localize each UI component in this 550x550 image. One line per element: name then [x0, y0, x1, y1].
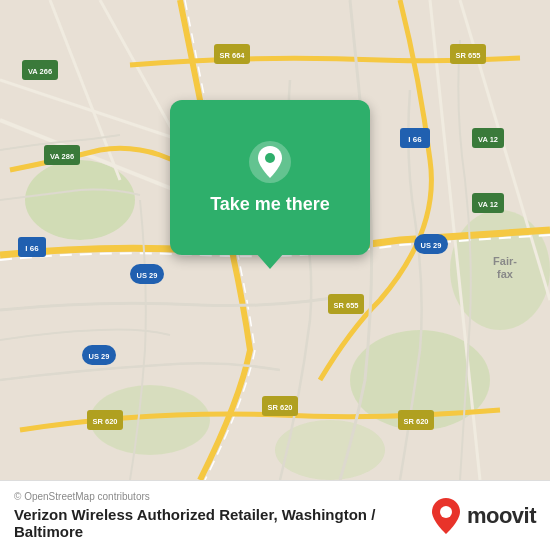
- moovit-brand-text: moovit: [467, 503, 536, 529]
- svg-text:I 66: I 66: [408, 135, 422, 144]
- svg-text:US 29: US 29: [421, 241, 442, 250]
- svg-text:SR 664: SR 664: [219, 51, 245, 60]
- location-title: Verizon Wireless Authorized Retailer, Wa…: [14, 506, 431, 540]
- svg-text:SR 620: SR 620: [403, 417, 428, 426]
- svg-text:US 29: US 29: [137, 271, 158, 280]
- svg-text:SR 620: SR 620: [267, 403, 292, 412]
- svg-text:SR 620: SR 620: [92, 417, 117, 426]
- svg-text:VA 266: VA 266: [28, 67, 52, 76]
- svg-text:VA 286: VA 286: [50, 152, 74, 161]
- svg-text:VA 12: VA 12: [478, 200, 498, 209]
- svg-text:VA 12: VA 12: [478, 135, 498, 144]
- moovit-pin-icon: [431, 497, 461, 535]
- footer-bar: © OpenStreetMap contributors Verizon Wir…: [0, 480, 550, 550]
- svg-text:SR 655: SR 655: [333, 301, 358, 310]
- location-pin-icon: [248, 140, 292, 184]
- attribution-text: © OpenStreetMap contributors: [14, 491, 431, 502]
- map-container: I 66 I 66 VA 266 VA 286 SR 664 SR 655 SR…: [0, 0, 550, 480]
- svg-point-46: [440, 506, 452, 518]
- svg-text:US 29: US 29: [89, 352, 110, 361]
- navigate-popup[interactable]: Take me there: [170, 100, 370, 255]
- svg-text:SR 655: SR 655: [455, 51, 480, 60]
- svg-text:fax: fax: [497, 268, 514, 280]
- svg-text:Fair-: Fair-: [493, 255, 517, 267]
- svg-text:I 66: I 66: [25, 244, 39, 253]
- moovit-logo: moovit: [431, 497, 536, 535]
- take-me-there-button[interactable]: Take me there: [210, 194, 330, 215]
- svg-point-45: [265, 153, 275, 163]
- footer-info: © OpenStreetMap contributors Verizon Wir…: [14, 491, 431, 540]
- svg-point-1: [25, 160, 135, 240]
